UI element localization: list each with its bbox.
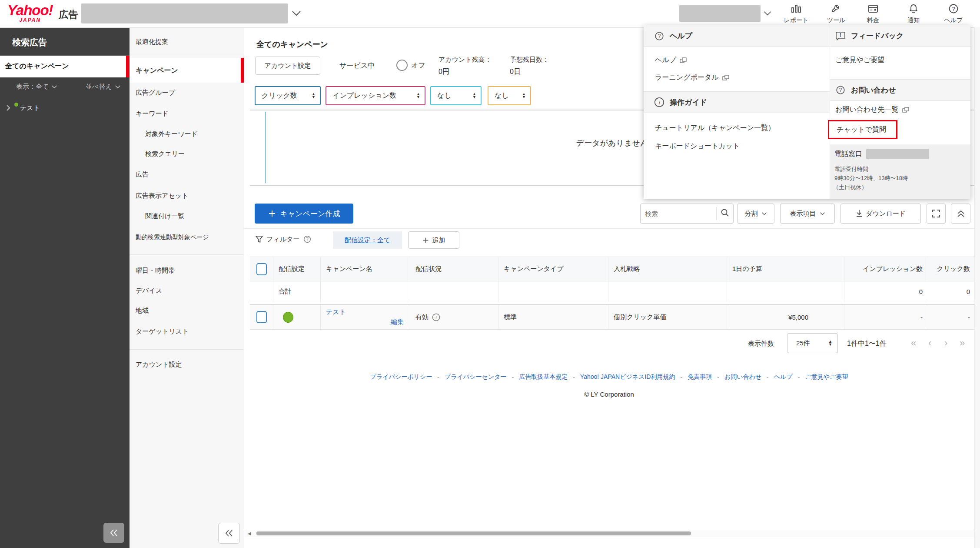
next-page-button[interactable]: › bbox=[944, 337, 947, 349]
footer-link-contact[interactable]: お問い合わせ bbox=[724, 373, 761, 381]
filter-control[interactable]: フィルター ? bbox=[256, 235, 312, 244]
campaign-name-link[interactable]: テスト bbox=[326, 308, 346, 316]
metric-label: なし bbox=[495, 91, 509, 100]
col-header-delivery-setting[interactable]: 配信設定 bbox=[273, 257, 321, 281]
menu-item-learning-portal[interactable]: ラーニングポータル bbox=[655, 73, 729, 82]
sidebar-item-negative-keywords[interactable]: 対象外キーワード bbox=[130, 124, 244, 144]
menu-item-contact-list[interactable]: お問い合わせ先一覧 bbox=[835, 105, 909, 114]
col-header-daily-budget[interactable]: 1日の予算 bbox=[727, 257, 844, 281]
sidebar-collapse-button[interactable] bbox=[103, 523, 124, 543]
plus-icon bbox=[422, 237, 429, 244]
days-remaining-value: 0日 bbox=[510, 67, 521, 77]
create-campaign-button[interactable]: キャンペーン作成 bbox=[255, 204, 353, 224]
page-size-select[interactable]: 25件 ▲▼ bbox=[787, 333, 838, 353]
sidebar-item-dynamic-search-pages[interactable]: 動的検索連動型対象ページ bbox=[130, 227, 244, 247]
sidebar-item-optimization[interactable]: 最適化提案 bbox=[130, 32, 244, 52]
filter-chip-delivery-setting[interactable]: 配信設定：全て bbox=[333, 231, 402, 249]
fullscreen-button[interactable] bbox=[927, 204, 946, 224]
nav-help[interactable]: ? ヘルプ bbox=[935, 3, 972, 24]
sidebar-item-target-list[interactable]: ターゲットリスト bbox=[130, 321, 244, 341]
metric-selector-4[interactable]: なし ▲▼ bbox=[488, 86, 531, 105]
menu-item-chat-label[interactable]: チャットで質問 bbox=[837, 125, 886, 134]
footer-link-business-id-terms[interactable]: Yahoo! JAPANビジネスID利用規約 bbox=[580, 373, 675, 381]
billing-icon bbox=[867, 8, 879, 15]
yahoo-japan-ads-logo[interactable]: Yahoo! JAPAN 広告 bbox=[7, 4, 78, 23]
sidebar-item-account-settings[interactable]: アカウント設定 bbox=[130, 354, 244, 374]
metric-selector-3[interactable]: なし ▲▼ bbox=[430, 86, 482, 105]
sidebar-item-ad-assets[interactable]: 広告表示アセット bbox=[130, 186, 244, 206]
nav-tools[interactable]: ツール bbox=[818, 3, 854, 24]
sidebar-item-region[interactable]: 地域 bbox=[130, 301, 244, 321]
vertical-scrollbar[interactable] bbox=[974, 27, 980, 548]
search-input[interactable] bbox=[641, 210, 716, 217]
add-filter-button[interactable]: 追加 bbox=[408, 231, 459, 249]
download-button[interactable]: ダウンロード bbox=[840, 204, 921, 224]
prev-page-button[interactable]: ‹ bbox=[928, 337, 931, 349]
row-checkbox[interactable] bbox=[256, 311, 267, 323]
menu-item-chat-highlight[interactable]: チャットで質問 bbox=[828, 120, 897, 139]
sidebar-item-all-campaigns[interactable]: 全てのキャンペーン bbox=[0, 56, 130, 77]
footer-link-feedback[interactable]: ご意見やご要望 bbox=[805, 373, 848, 381]
col-header-campaign-name[interactable]: キャンペーン名 bbox=[321, 257, 410, 281]
metric-selector-1[interactable]: クリック数 ▲▼ bbox=[255, 86, 321, 105]
sidebar-item-keywords[interactable]: キーワード bbox=[130, 104, 244, 124]
chevron-down-icon[interactable] bbox=[291, 10, 302, 19]
edit-link[interactable]: 編集 bbox=[391, 318, 404, 326]
columns-label: 表示項目 bbox=[790, 210, 816, 218]
footer-link-privacy-center[interactable]: プライバシーセンター bbox=[445, 373, 507, 381]
col-header-delivery-status[interactable]: 配信状況 bbox=[410, 257, 498, 281]
sidebar-item-search-queries[interactable]: 検索クエリー bbox=[130, 144, 244, 164]
scroll-left-arrow-icon[interactable]: ◀ bbox=[248, 531, 251, 536]
horizontal-scrollbar[interactable]: ◀ bbox=[244, 530, 980, 537]
create-campaign-label: キャンペーン作成 bbox=[280, 209, 340, 219]
nav-billing[interactable]: 料金 bbox=[855, 3, 891, 24]
select-all-checkbox[interactable] bbox=[256, 263, 267, 275]
split-dropdown-button[interactable]: 分割 bbox=[737, 204, 774, 224]
sidebar-item-association-list[interactable]: 関連付け一覧 bbox=[130, 206, 244, 226]
separator: - bbox=[767, 374, 769, 381]
sidebar-item-devices[interactable]: デバイス bbox=[130, 281, 244, 301]
chevron-down-icon bbox=[115, 85, 121, 89]
menu-item-tutorial[interactable]: チュートリアル（キャンペーン一覧） bbox=[655, 124, 775, 133]
menu-item-feedback[interactable]: ご意見やご要望 bbox=[835, 56, 884, 65]
sort-dropdown[interactable]: 並べ替え bbox=[86, 83, 121, 91]
scrollbar-thumb[interactable] bbox=[256, 531, 691, 535]
col-header-campaign-type[interactable]: キャンペーンタイプ bbox=[498, 257, 608, 281]
footer-link-privacy-policy[interactable]: プライバシーポリシー bbox=[370, 373, 432, 381]
last-page-button[interactable]: » bbox=[960, 337, 965, 349]
sidebar-item-ads[interactable]: 広告 bbox=[130, 164, 244, 184]
columns-dropdown-button[interactable]: 表示項目 bbox=[780, 204, 835, 224]
nav-notifications[interactable]: 通知 bbox=[895, 3, 932, 24]
collapse-panel-button[interactable] bbox=[951, 204, 970, 224]
menu-item-keyboard-shortcuts[interactable]: キーボードショートカット bbox=[655, 142, 740, 151]
account-settings-button[interactable]: アカウント設定 bbox=[255, 57, 320, 75]
account-chevron-down-icon[interactable] bbox=[763, 10, 772, 18]
col-header-bid-strategy[interactable]: 入札戦略 bbox=[608, 257, 727, 281]
subsidebar-collapse-button[interactable] bbox=[218, 523, 240, 544]
menu-item-label: ご意見やご要望 bbox=[835, 56, 884, 65]
phone-hours-value: 9時30分〜12時、13時〜18時 bbox=[834, 174, 908, 182]
first-page-button[interactable]: « bbox=[911, 337, 916, 349]
display-filter-dropdown[interactable]: 表示：全て bbox=[16, 83, 57, 91]
sidebar-item-ad-group[interactable]: 広告グループ bbox=[130, 83, 244, 103]
search-icon[interactable] bbox=[717, 208, 733, 219]
col-header-impressions[interactable]: インプレッション数 bbox=[844, 257, 928, 281]
logo-suffix: 広告 bbox=[59, 8, 78, 21]
feedback-bubble-icon: ! bbox=[835, 31, 846, 41]
delivery-status-dot-icon[interactable] bbox=[283, 312, 293, 323]
metric-selector-2[interactable]: インプレッション数 ▲▼ bbox=[326, 86, 425, 105]
table-row[interactable]: テスト 編集 有効 i 標準 個別クリック単価 ¥5,000 - - bbox=[250, 305, 980, 330]
footer-link-disclaimer[interactable]: 免責事項 bbox=[688, 373, 712, 381]
sidebar-item-campaign[interactable]: キャンペーン bbox=[130, 58, 244, 83]
info-icon[interactable]: i bbox=[432, 313, 440, 321]
off-toggle[interactable]: オフ bbox=[396, 60, 425, 71]
footer-link-help[interactable]: ヘルプ bbox=[774, 373, 793, 381]
col-header-clicks[interactable]: クリック数 bbox=[928, 257, 976, 281]
campaign-tree-item[interactable]: テスト bbox=[6, 102, 40, 112]
sidebar-item-day-time[interactable]: 曜日・時間帯 bbox=[130, 261, 244, 281]
impressions-value: - bbox=[844, 305, 928, 329]
menu-item-help[interactable]: ヘルプ bbox=[655, 56, 687, 65]
nav-report[interactable]: レポート bbox=[778, 3, 814, 24]
page-size-label: 表示件数 bbox=[748, 340, 774, 348]
footer-link-ad-standards[interactable]: 広告取扱基本規定 bbox=[519, 373, 568, 381]
